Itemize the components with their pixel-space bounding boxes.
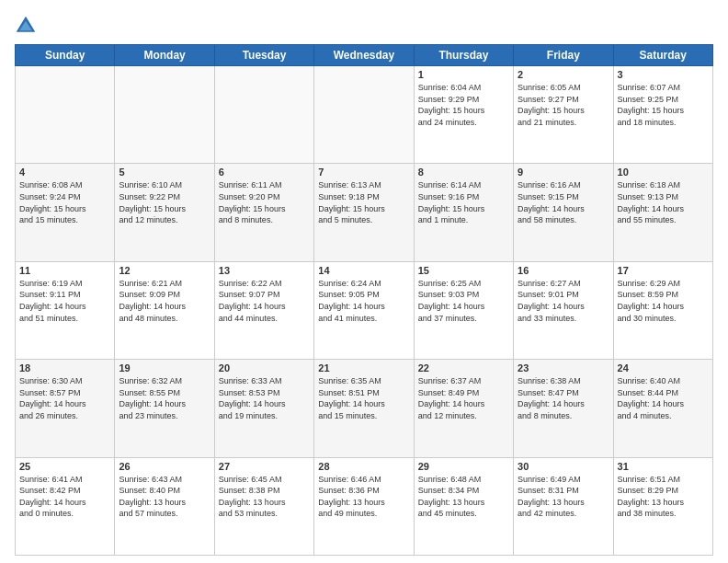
day-info: Sunrise: 6:45 AM Sunset: 8:38 PM Dayligh… xyxy=(219,474,310,520)
logo-icon xyxy=(15,15,37,37)
col-thursday: Thursday xyxy=(414,45,513,66)
col-tuesday: Tuesday xyxy=(214,45,313,66)
day-info: Sunrise: 6:10 AM Sunset: 9:22 PM Dayligh… xyxy=(119,179,210,225)
table-row: 14Sunrise: 6:24 AM Sunset: 9:05 PM Dayli… xyxy=(314,261,414,359)
day-number: 12 xyxy=(119,265,210,276)
day-info: Sunrise: 6:13 AM Sunset: 9:18 PM Dayligh… xyxy=(318,179,409,225)
day-number: 17 xyxy=(618,265,709,276)
table-row: 27Sunrise: 6:45 AM Sunset: 8:38 PM Dayli… xyxy=(214,457,313,555)
table-row: 30Sunrise: 6:49 AM Sunset: 8:31 PM Dayli… xyxy=(514,457,613,555)
day-number: 1 xyxy=(418,69,509,80)
table-row: 1Sunrise: 6:04 AM Sunset: 9:29 PM Daylig… xyxy=(414,66,513,164)
table-row xyxy=(314,66,414,164)
day-number: 25 xyxy=(19,461,110,472)
calendar-week-3: 11Sunrise: 6:19 AM Sunset: 9:11 PM Dayli… xyxy=(16,261,713,359)
table-row: 17Sunrise: 6:29 AM Sunset: 8:59 PM Dayli… xyxy=(613,261,712,359)
day-info: Sunrise: 6:48 AM Sunset: 8:34 PM Dayligh… xyxy=(418,474,509,520)
table-row: 20Sunrise: 6:33 AM Sunset: 8:53 PM Dayli… xyxy=(214,360,313,457)
day-number: 28 xyxy=(318,461,409,472)
col-wednesday: Wednesday xyxy=(314,45,414,66)
header xyxy=(15,15,713,37)
col-saturday: Saturday xyxy=(613,45,712,66)
day-info: Sunrise: 6:43 AM Sunset: 8:40 PM Dayligh… xyxy=(119,474,210,520)
day-info: Sunrise: 6:24 AM Sunset: 9:05 PM Dayligh… xyxy=(318,278,409,324)
calendar-week-5: 25Sunrise: 6:41 AM Sunset: 8:42 PM Dayli… xyxy=(16,457,713,555)
day-number: 18 xyxy=(19,362,110,373)
table-row: 31Sunrise: 6:51 AM Sunset: 8:29 PM Dayli… xyxy=(613,457,712,555)
table-row: 11Sunrise: 6:19 AM Sunset: 9:11 PM Dayli… xyxy=(16,261,115,359)
day-number: 30 xyxy=(518,461,609,472)
day-info: Sunrise: 6:04 AM Sunset: 9:29 PM Dayligh… xyxy=(418,82,509,128)
day-number: 11 xyxy=(19,265,110,276)
day-info: Sunrise: 6:51 AM Sunset: 8:29 PM Dayligh… xyxy=(618,474,709,520)
day-number: 5 xyxy=(119,167,210,178)
table-row: 4Sunrise: 6:08 AM Sunset: 9:24 PM Daylig… xyxy=(16,164,115,261)
day-info: Sunrise: 6:46 AM Sunset: 8:36 PM Dayligh… xyxy=(318,474,409,520)
day-number: 7 xyxy=(318,167,409,178)
day-info: Sunrise: 6:35 AM Sunset: 8:51 PM Dayligh… xyxy=(318,375,409,421)
day-number: 16 xyxy=(518,265,609,276)
col-friday: Friday xyxy=(514,45,613,66)
day-info: Sunrise: 6:11 AM Sunset: 9:20 PM Dayligh… xyxy=(219,179,310,225)
day-number: 23 xyxy=(518,362,609,373)
day-number: 10 xyxy=(618,167,709,178)
table-row: 5Sunrise: 6:10 AM Sunset: 9:22 PM Daylig… xyxy=(115,164,214,261)
day-number: 24 xyxy=(618,362,709,373)
day-number: 6 xyxy=(219,167,310,178)
day-info: Sunrise: 6:14 AM Sunset: 9:16 PM Dayligh… xyxy=(418,179,509,225)
day-info: Sunrise: 6:30 AM Sunset: 8:57 PM Dayligh… xyxy=(19,375,110,421)
table-row: 9Sunrise: 6:16 AM Sunset: 9:15 PM Daylig… xyxy=(514,164,613,261)
day-number: 29 xyxy=(418,461,509,472)
col-sunday: Sunday xyxy=(16,45,115,66)
day-number: 19 xyxy=(119,362,210,373)
day-number: 13 xyxy=(219,265,310,276)
table-row: 21Sunrise: 6:35 AM Sunset: 8:51 PM Dayli… xyxy=(314,360,414,457)
table-row: 29Sunrise: 6:48 AM Sunset: 8:34 PM Dayli… xyxy=(414,457,513,555)
day-number: 9 xyxy=(518,167,609,178)
table-row: 8Sunrise: 6:14 AM Sunset: 9:16 PM Daylig… xyxy=(414,164,513,261)
day-info: Sunrise: 6:32 AM Sunset: 8:55 PM Dayligh… xyxy=(119,375,210,421)
day-number: 8 xyxy=(418,167,509,178)
table-row: 7Sunrise: 6:13 AM Sunset: 9:18 PM Daylig… xyxy=(314,164,414,261)
calendar-week-1: 1Sunrise: 6:04 AM Sunset: 9:29 PM Daylig… xyxy=(16,66,713,164)
table-row: 10Sunrise: 6:18 AM Sunset: 9:13 PM Dayli… xyxy=(613,164,712,261)
day-info: Sunrise: 6:27 AM Sunset: 9:01 PM Dayligh… xyxy=(518,278,609,324)
day-number: 20 xyxy=(219,362,310,373)
day-info: Sunrise: 6:07 AM Sunset: 9:25 PM Dayligh… xyxy=(618,82,709,128)
table-row: 28Sunrise: 6:46 AM Sunset: 8:36 PM Dayli… xyxy=(314,457,414,555)
table-row xyxy=(115,66,214,164)
calendar-week-4: 18Sunrise: 6:30 AM Sunset: 8:57 PM Dayli… xyxy=(16,360,713,457)
table-row: 12Sunrise: 6:21 AM Sunset: 9:09 PM Dayli… xyxy=(115,261,214,359)
table-row: 13Sunrise: 6:22 AM Sunset: 9:07 PM Dayli… xyxy=(214,261,313,359)
table-row: 22Sunrise: 6:37 AM Sunset: 8:49 PM Dayli… xyxy=(414,360,513,457)
day-number: 26 xyxy=(119,461,210,472)
table-row: 19Sunrise: 6:32 AM Sunset: 8:55 PM Dayli… xyxy=(115,360,214,457)
day-info: Sunrise: 6:29 AM Sunset: 8:59 PM Dayligh… xyxy=(618,278,709,324)
day-number: 21 xyxy=(318,362,409,373)
calendar-header: Sunday Monday Tuesday Wednesday Thursday… xyxy=(16,45,713,66)
day-number: 15 xyxy=(418,265,509,276)
day-number: 3 xyxy=(618,69,709,80)
day-info: Sunrise: 6:21 AM Sunset: 9:09 PM Dayligh… xyxy=(119,278,210,324)
calendar-week-2: 4Sunrise: 6:08 AM Sunset: 9:24 PM Daylig… xyxy=(16,164,713,261)
day-info: Sunrise: 6:37 AM Sunset: 8:49 PM Dayligh… xyxy=(418,375,509,421)
day-info: Sunrise: 6:40 AM Sunset: 8:44 PM Dayligh… xyxy=(618,375,709,421)
table-row xyxy=(214,66,313,164)
table-row: 3Sunrise: 6:07 AM Sunset: 9:25 PM Daylig… xyxy=(613,66,712,164)
calendar-body: 1Sunrise: 6:04 AM Sunset: 9:29 PM Daylig… xyxy=(16,66,713,556)
day-number: 4 xyxy=(19,167,110,178)
day-number: 27 xyxy=(219,461,310,472)
day-number: 22 xyxy=(418,362,509,373)
day-info: Sunrise: 6:18 AM Sunset: 9:13 PM Dayligh… xyxy=(618,179,709,225)
table-row: 23Sunrise: 6:38 AM Sunset: 8:47 PM Dayli… xyxy=(514,360,613,457)
day-number: 14 xyxy=(318,265,409,276)
day-info: Sunrise: 6:05 AM Sunset: 9:27 PM Dayligh… xyxy=(518,82,609,128)
day-info: Sunrise: 6:19 AM Sunset: 9:11 PM Dayligh… xyxy=(19,278,110,324)
table-row: 18Sunrise: 6:30 AM Sunset: 8:57 PM Dayli… xyxy=(16,360,115,457)
page: Sunday Monday Tuesday Wednesday Thursday… xyxy=(0,0,728,563)
table-row: 6Sunrise: 6:11 AM Sunset: 9:20 PM Daylig… xyxy=(214,164,313,261)
header-row: Sunday Monday Tuesday Wednesday Thursday… xyxy=(16,45,713,66)
day-info: Sunrise: 6:08 AM Sunset: 9:24 PM Dayligh… xyxy=(19,179,110,225)
logo xyxy=(15,15,40,37)
calendar: Sunday Monday Tuesday Wednesday Thursday… xyxy=(15,44,713,556)
